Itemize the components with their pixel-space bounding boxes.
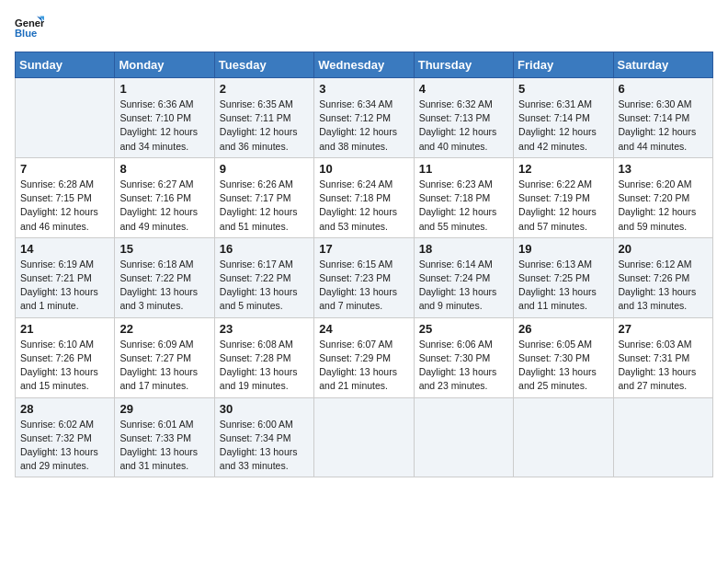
day-number: 17 [319,242,408,256]
day-info: Sunrise: 6:06 AMSunset: 7:30 PMDaylight:… [419,338,508,394]
day-info: Sunrise: 6:02 AMSunset: 7:32 PMDaylight:… [20,418,109,474]
day-number: 7 [20,162,109,176]
day-info: Sunrise: 6:34 AMSunset: 7:12 PMDaylight:… [319,98,408,154]
day-info: Sunrise: 6:13 AMSunset: 7:25 PMDaylight:… [518,258,608,314]
day-number: 13 [619,162,708,176]
day-number: 3 [319,82,408,96]
calendar-header-row: SundayMondayTuesdayWednesdayThursdayFrid… [16,52,713,78]
calendar-cell: 19Sunrise: 6:13 AMSunset: 7:25 PMDayligh… [514,237,613,317]
day-info: Sunrise: 6:08 AMSunset: 7:28 PMDaylight:… [220,338,309,394]
calendar-cell: 25Sunrise: 6:06 AMSunset: 7:30 PMDayligh… [414,317,513,397]
day-info: Sunrise: 6:09 AMSunset: 7:27 PMDaylight:… [119,338,209,394]
weekday-header: Tuesday [214,52,313,78]
calendar-week-row: 7Sunrise: 6:28 AMSunset: 7:15 PMDaylight… [16,157,713,237]
calendar-cell: 16Sunrise: 6:17 AMSunset: 7:22 PMDayligh… [214,237,313,317]
day-number: 2 [220,82,309,96]
calendar-cell: 13Sunrise: 6:20 AMSunset: 7:20 PMDayligh… [613,157,712,237]
day-number: 18 [419,242,508,256]
day-number: 29 [119,402,209,416]
calendar-cell: 29Sunrise: 6:01 AMSunset: 7:33 PMDayligh… [115,397,214,477]
calendar-cell: 30Sunrise: 6:00 AMSunset: 7:34 PMDayligh… [214,397,313,477]
day-number: 16 [220,242,309,256]
day-number: 9 [220,162,309,176]
day-info: Sunrise: 6:17 AMSunset: 7:22 PMDaylight:… [220,258,309,314]
day-info: Sunrise: 6:10 AMSunset: 7:26 PMDaylight:… [20,338,109,394]
day-number: 26 [518,322,608,336]
calendar-cell: 1Sunrise: 6:36 AMSunset: 7:10 PMDaylight… [115,78,214,158]
day-info: Sunrise: 6:22 AMSunset: 7:19 PMDaylight:… [518,178,608,234]
calendar-cell: 10Sunrise: 6:24 AMSunset: 7:18 PMDayligh… [314,157,414,237]
svg-text:Blue: Blue [15,28,37,39]
day-info: Sunrise: 6:28 AMSunset: 7:15 PMDaylight:… [20,178,109,234]
weekday-header: Thursday [414,52,513,78]
day-info: Sunrise: 6:18 AMSunset: 7:22 PMDaylight:… [119,258,209,314]
day-info: Sunrise: 6:15 AMSunset: 7:23 PMDaylight:… [319,258,408,314]
day-number: 15 [119,242,209,256]
day-number: 20 [619,242,708,256]
day-info: Sunrise: 6:30 AMSunset: 7:14 PMDaylight:… [619,98,708,154]
day-number: 14 [20,242,109,256]
day-number: 11 [419,162,508,176]
calendar-cell [16,78,115,158]
day-number: 8 [119,162,209,176]
day-info: Sunrise: 6:35 AMSunset: 7:11 PMDaylight:… [220,98,309,154]
day-info: Sunrise: 6:31 AMSunset: 7:14 PMDaylight:… [518,98,608,154]
calendar-week-row: 21Sunrise: 6:10 AMSunset: 7:26 PMDayligh… [16,317,713,397]
calendar-cell [613,397,712,477]
day-info: Sunrise: 6:07 AMSunset: 7:29 PMDaylight:… [319,338,408,394]
day-number: 30 [220,402,309,416]
day-number: 6 [619,82,708,96]
day-number: 28 [20,402,109,416]
day-number: 10 [319,162,408,176]
calendar-cell: 12Sunrise: 6:22 AMSunset: 7:19 PMDayligh… [514,157,613,237]
calendar-cell: 11Sunrise: 6:23 AMSunset: 7:18 PMDayligh… [414,157,513,237]
calendar-cell [414,397,513,477]
day-info: Sunrise: 6:03 AMSunset: 7:31 PMDaylight:… [619,338,708,394]
calendar-cell: 27Sunrise: 6:03 AMSunset: 7:31 PMDayligh… [613,317,712,397]
calendar-week-row: 1Sunrise: 6:36 AMSunset: 7:10 PMDaylight… [16,78,713,158]
logo: General Blue [15,15,48,40]
calendar-cell: 9Sunrise: 6:26 AMSunset: 7:17 PMDaylight… [214,157,313,237]
day-number: 23 [220,322,309,336]
day-info: Sunrise: 6:23 AMSunset: 7:18 PMDaylight:… [419,178,508,234]
page-header: General Blue [15,15,713,40]
day-number: 19 [518,242,608,256]
day-info: Sunrise: 6:20 AMSunset: 7:20 PMDaylight:… [619,178,708,234]
calendar-cell: 15Sunrise: 6:18 AMSunset: 7:22 PMDayligh… [115,237,214,317]
calendar-cell [514,397,613,477]
day-info: Sunrise: 6:14 AMSunset: 7:24 PMDaylight:… [419,258,508,314]
calendar-cell: 20Sunrise: 6:12 AMSunset: 7:26 PMDayligh… [613,237,712,317]
weekday-header: Sunday [16,52,115,78]
calendar-cell: 5Sunrise: 6:31 AMSunset: 7:14 PMDaylight… [514,78,613,158]
calendar-cell: 21Sunrise: 6:10 AMSunset: 7:26 PMDayligh… [16,317,115,397]
day-info: Sunrise: 6:12 AMSunset: 7:26 PMDaylight:… [619,258,708,314]
day-info: Sunrise: 6:32 AMSunset: 7:13 PMDaylight:… [419,98,508,154]
day-info: Sunrise: 6:24 AMSunset: 7:18 PMDaylight:… [319,178,408,234]
calendar-week-row: 14Sunrise: 6:19 AMSunset: 7:21 PMDayligh… [16,237,713,317]
calendar-cell: 8Sunrise: 6:27 AMSunset: 7:16 PMDaylight… [115,157,214,237]
calendar-cell: 4Sunrise: 6:32 AMSunset: 7:13 PMDaylight… [414,78,513,158]
calendar-cell: 22Sunrise: 6:09 AMSunset: 7:27 PMDayligh… [115,317,214,397]
calendar-cell: 7Sunrise: 6:28 AMSunset: 7:15 PMDaylight… [16,157,115,237]
day-info: Sunrise: 6:26 AMSunset: 7:17 PMDaylight:… [220,178,309,234]
day-number: 24 [319,322,408,336]
day-info: Sunrise: 6:05 AMSunset: 7:30 PMDaylight:… [518,338,608,394]
calendar-cell: 18Sunrise: 6:14 AMSunset: 7:24 PMDayligh… [414,237,513,317]
day-number: 4 [419,82,508,96]
day-info: Sunrise: 6:36 AMSunset: 7:10 PMDaylight:… [119,98,209,154]
day-info: Sunrise: 6:01 AMSunset: 7:33 PMDaylight:… [119,418,209,474]
day-number: 12 [518,162,608,176]
calendar-cell: 3Sunrise: 6:34 AMSunset: 7:12 PMDaylight… [314,78,414,158]
day-info: Sunrise: 6:27 AMSunset: 7:16 PMDaylight:… [119,178,209,234]
day-info: Sunrise: 6:19 AMSunset: 7:21 PMDaylight:… [20,258,109,314]
logo-icon: General Blue [15,15,44,40]
weekday-header: Saturday [613,52,712,78]
calendar-cell: 2Sunrise: 6:35 AMSunset: 7:11 PMDaylight… [214,78,313,158]
day-number: 25 [419,322,508,336]
weekday-header: Friday [514,52,613,78]
day-number: 5 [518,82,608,96]
calendar-table: SundayMondayTuesdayWednesdayThursdayFrid… [15,52,713,477]
day-number: 22 [119,322,209,336]
calendar-cell: 17Sunrise: 6:15 AMSunset: 7:23 PMDayligh… [314,237,414,317]
calendar-week-row: 28Sunrise: 6:02 AMSunset: 7:32 PMDayligh… [16,397,713,477]
